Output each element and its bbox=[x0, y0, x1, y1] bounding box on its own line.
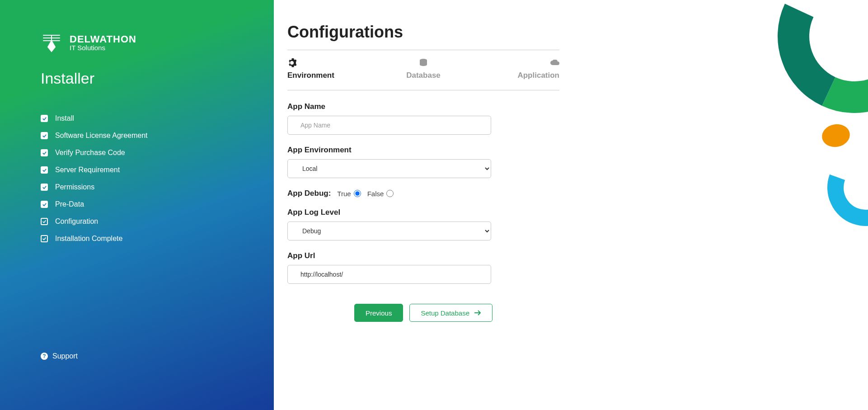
sidebar: DELWATHON IT Solutions Installer Install… bbox=[0, 0, 274, 410]
step-label: Software License Agreement bbox=[55, 132, 148, 140]
step-label: Verify Purchase Code bbox=[55, 149, 125, 157]
setup-database-button[interactable]: Setup Database bbox=[409, 304, 493, 322]
button-label: Previous bbox=[366, 309, 392, 317]
check-icon bbox=[41, 184, 48, 191]
tab-application[interactable]: Application bbox=[469, 58, 559, 80]
step-server-requirement[interactable]: Server Requirement bbox=[41, 166, 274, 174]
tab-label: Application bbox=[517, 71, 559, 80]
step-install[interactable]: Install bbox=[41, 114, 274, 123]
step-label: Configuration bbox=[55, 217, 98, 226]
app-debug-false-radio[interactable] bbox=[386, 190, 394, 197]
environment-form: App Name App Environment Local App Debug… bbox=[287, 90, 559, 322]
step-pre-data[interactable]: Pre-Data bbox=[41, 200, 274, 208]
brand-name: DELWATHON bbox=[70, 34, 136, 44]
step-permissions[interactable]: Permissions bbox=[41, 183, 274, 191]
decor-blob-blue bbox=[815, 137, 868, 239]
step-license[interactable]: Software License Agreement bbox=[41, 132, 274, 140]
check-icon bbox=[41, 149, 48, 156]
step-label: Server Requirement bbox=[55, 166, 120, 174]
main-content: Configurations Environment Database Appl… bbox=[287, 23, 559, 322]
decor-blob-green bbox=[756, 0, 868, 135]
gear-icon bbox=[287, 58, 296, 67]
step-label: Install bbox=[55, 114, 74, 123]
check-icon bbox=[41, 201, 48, 208]
button-label: Setup Database bbox=[421, 309, 469, 317]
arrow-right-icon bbox=[474, 309, 481, 317]
cloud-icon bbox=[550, 58, 559, 67]
app-name-label: App Name bbox=[287, 102, 559, 111]
decor-blob-orange bbox=[820, 122, 852, 149]
app-debug-true[interactable]: True bbox=[337, 190, 361, 198]
check-outline-icon bbox=[41, 218, 48, 225]
previous-button[interactable]: Previous bbox=[354, 304, 403, 322]
brand-logo-icon bbox=[41, 32, 62, 53]
step-label: Installation Complete bbox=[55, 235, 122, 243]
check-icon bbox=[41, 166, 48, 174]
radio-label: False bbox=[367, 190, 384, 198]
app-env-label: App Environment bbox=[287, 146, 559, 155]
step-label: Pre-Data bbox=[55, 200, 84, 208]
question-icon: ? bbox=[41, 353, 48, 360]
check-icon bbox=[41, 132, 48, 139]
check-icon bbox=[41, 115, 48, 122]
support-link[interactable]: ? Support bbox=[41, 352, 78, 360]
step-configuration[interactable]: Configuration bbox=[41, 217, 274, 226]
app-debug-true-radio[interactable] bbox=[354, 190, 361, 197]
radio-label: True bbox=[337, 190, 351, 198]
step-installation-complete[interactable]: Installation Complete bbox=[41, 235, 274, 243]
app-log-select[interactable]: Debug bbox=[287, 221, 491, 240]
support-label: Support bbox=[52, 352, 78, 360]
app-url-input[interactable] bbox=[287, 265, 491, 284]
check-outline-icon bbox=[41, 235, 48, 242]
tab-environment[interactable]: Environment bbox=[287, 58, 378, 80]
tab-label: Environment bbox=[287, 71, 334, 80]
app-debug-false[interactable]: False bbox=[367, 190, 394, 198]
installer-steps: Install Software License Agreement Verif… bbox=[41, 114, 274, 243]
tab-database[interactable]: Database bbox=[378, 58, 469, 80]
app-debug-label: App Debug: bbox=[287, 189, 331, 198]
brand: DELWATHON IT Solutions bbox=[41, 32, 274, 53]
app-log-label: App Log Level bbox=[287, 208, 559, 217]
step-verify-purchase[interactable]: Verify Purchase Code bbox=[41, 149, 274, 157]
brand-tagline: IT Solutions bbox=[70, 44, 136, 52]
sidebar-title: Installer bbox=[41, 70, 274, 87]
tab-label: Database bbox=[406, 71, 441, 80]
app-name-input[interactable] bbox=[287, 116, 491, 135]
step-label: Permissions bbox=[55, 183, 94, 191]
database-icon bbox=[419, 58, 428, 67]
page-title: Configurations bbox=[287, 23, 559, 42]
app-url-label: App Url bbox=[287, 251, 559, 260]
app-env-select[interactable]: Local bbox=[287, 159, 491, 178]
config-tabs: Environment Database Application bbox=[287, 50, 559, 90]
